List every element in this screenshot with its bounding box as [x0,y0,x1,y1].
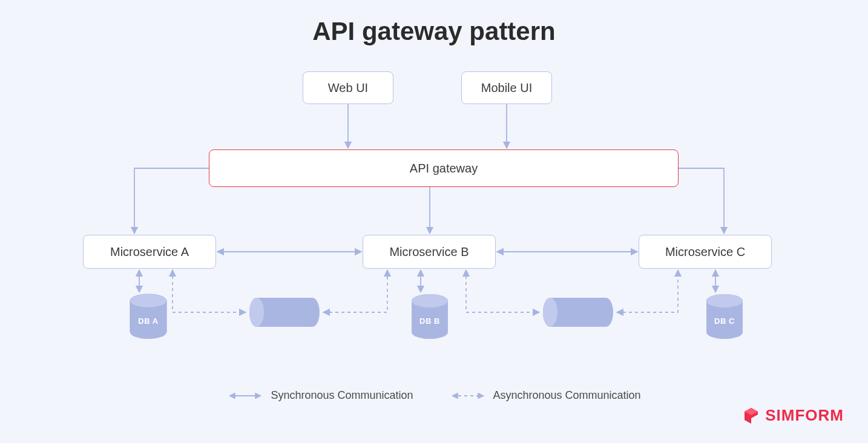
db-label: DB A [129,317,168,326]
node-microservice-b: Microservice B [363,235,496,269]
node-microservice-a: Microservice A [83,235,216,269]
brand-name: SIMFORM [765,406,844,425]
node-label: Microservice B [389,245,469,259]
db-label: DB B [410,317,449,326]
legend: Synchronous Communication Asynchronous C… [0,389,868,402]
svg-point-20 [543,298,557,327]
db-c-icon: DB C [705,294,744,340]
node-label: Microservice A [110,245,189,259]
svg-rect-14 [257,298,312,327]
svg-point-4 [130,294,166,307]
db-b-icon: DB B [410,294,449,340]
logo-icon [742,407,760,425]
svg-point-15 [305,298,320,327]
svg-point-19 [599,298,613,327]
node-mobile-ui: Mobile UI [461,71,552,104]
db-a-icon: DB A [129,294,168,340]
svg-point-7 [412,326,448,339]
queue-bc-icon [542,297,614,328]
legend-label: Synchronous Communication [271,389,413,402]
node-label: Web UI [328,81,368,95]
svg-point-8 [412,294,448,307]
svg-point-16 [249,298,264,327]
node-microservice-c: Microservice C [639,235,772,269]
diagram-title: API gateway pattern [0,17,868,46]
svg-rect-18 [550,298,606,327]
node-label: API gateway [410,162,478,176]
svg-point-11 [706,326,743,339]
legend-async: Asynchronous Communication [450,389,641,402]
legend-sync: Synchronous Communication [227,389,413,402]
legend-label: Asynchronous Communication [493,389,641,402]
svg-point-12 [706,294,743,307]
brand-logo: SIMFORM [742,406,844,425]
queue-ab-icon [248,297,321,328]
node-api-gateway: API gateway [209,149,679,187]
db-label: DB C [705,317,744,326]
node-label: Mobile UI [481,81,532,95]
arrows-layer [0,0,868,443]
node-web-ui: Web UI [303,71,393,104]
node-label: Microservice C [665,245,745,259]
svg-point-2 [130,326,166,339]
